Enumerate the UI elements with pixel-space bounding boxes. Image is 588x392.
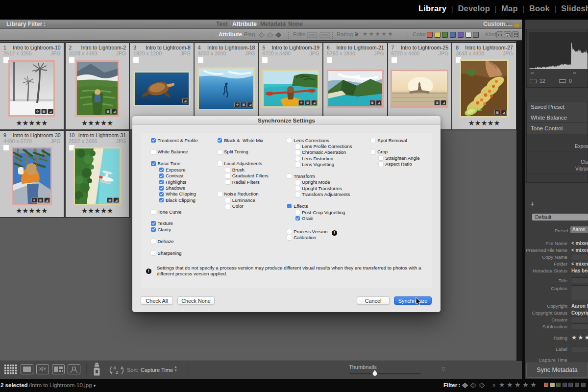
svg-text:Z: Z xyxy=(116,370,119,375)
